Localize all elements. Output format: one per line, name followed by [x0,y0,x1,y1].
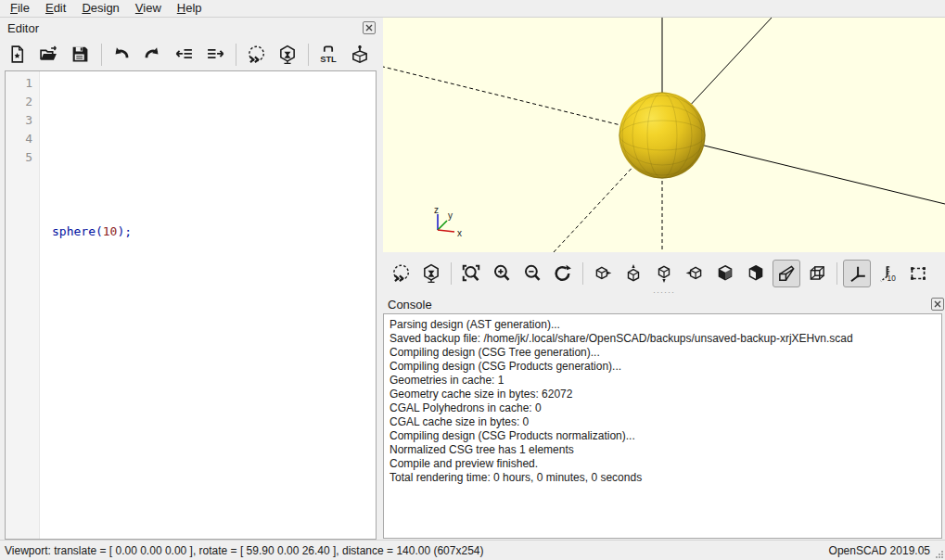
zoom-out-button[interactable] [518,260,546,287]
console-line: Geometry cache size in bytes: 62072 [389,388,936,401]
new-file-button[interactable] [4,41,32,69]
code-text-area[interactable]: sphere(10); [40,71,376,539]
zoom-all-button[interactable] [457,260,485,287]
preview-button-2[interactable] [387,260,415,287]
print-3d-icon [350,45,370,65]
console-line: Compiling design (CSG Products normaliza… [389,429,936,443]
show-scale-markers-icon: 10 [877,263,898,284]
line-number: 3 [6,111,32,130]
console-line: Compiling design (CSG Products generatio… [389,360,936,374]
unindent-button[interactable] [171,41,198,69]
orthogonal-button[interactable] [803,260,831,287]
console-close-button[interactable] [931,298,944,311]
save-button[interactable] [67,41,95,69]
render-icon [277,45,298,65]
line-number: 2 [6,93,32,111]
render-icon [421,263,441,284]
svg-text:STL: STL [320,54,337,63]
svg-text:10: 10 [888,274,897,283]
editor-toolbar: STL [0,38,377,70]
preview-icon [246,45,266,65]
undo-icon [111,45,131,64]
editor-dock-header: Editor [0,18,377,38]
zoom-in-icon [492,263,512,284]
indent-button[interactable] [201,41,229,69]
menu-help[interactable]: Help [171,0,209,17]
view-back-button[interactable] [742,260,770,287]
view-bottom-icon [654,263,674,284]
reset-view-button[interactable] [549,260,577,287]
code-line [52,278,376,297]
show-edges-button[interactable] [904,260,932,287]
console-line: Saved backup file: /home/jk/.local/share… [389,332,936,346]
axes-gizmo: z y x [434,205,462,238]
console-line: CGAL cache size in bytes: 0 [389,415,936,429]
render-button[interactable] [274,41,301,69]
code-editor[interactable]: 1 2 3 4 5 sphere(10); [5,70,377,540]
menu-view[interactable]: View [129,0,168,17]
3d-viewport[interactable]: z y x [383,18,945,252]
perspective-icon [776,263,797,284]
print-3d-button[interactable] [346,41,374,69]
toolbar-separator [836,262,837,285]
console-output[interactable]: Parsing design (AST generation)... Saved… [383,313,942,539]
view-front-icon [715,263,735,284]
resize-grip[interactable] [935,550,944,559]
viewport-status-text: Viewport: translate = [ 0.00 0.00 0.00 ]… [0,544,829,557]
render-button-2[interactable] [417,260,445,287]
app-version-text: OpenSCAD 2019.05 [829,544,945,557]
code-number: 10 [103,224,118,238]
view-bottom-button[interactable] [650,260,678,287]
open-file-icon [39,45,58,64]
open-file-button[interactable] [35,41,63,69]
zoom-in-button[interactable] [488,260,516,287]
svg-text:x: x [457,228,462,238]
redo-button[interactable] [139,41,167,69]
perspective-button[interactable] [773,260,800,287]
view-left-button[interactable] [681,260,709,287]
view-top-button[interactable] [619,260,647,287]
close-icon [934,300,941,308]
line-number: 4 [6,130,32,148]
export-stl-button[interactable]: STL [314,41,342,69]
console-panel-title: Console [383,298,432,312]
show-edges-icon [908,263,928,284]
editor-panel-title: Editor [0,21,39,35]
view-front-button[interactable] [711,260,739,287]
editor-close-button[interactable] [363,21,376,34]
code-keyword: sphere [52,224,96,238]
code-paren: ( [96,224,103,238]
show-scale-markers-button[interactable]: 10 [874,260,901,287]
toolbar-separator [582,262,583,285]
toolbar-separator [451,262,452,285]
code-line [52,334,376,352]
export-stl-icon: STL [318,45,338,65]
view-right-icon [593,263,613,284]
close-icon [365,24,373,32]
toolbar-separator [308,44,309,66]
reset-view-icon [553,263,573,284]
svg-text:y: y [448,210,453,221]
console-line: CGAL Polyhedrons in cache: 0 [389,401,936,415]
menubar: File Edit Design View Help [0,0,945,18]
console-line: Geometries in cache: 1 [389,374,936,388]
console-line: Compiling design (CSG Tree generation)..… [389,346,936,360]
view-right-button[interactable] [589,260,617,287]
menu-edit[interactable]: Edit [39,0,72,17]
new-file-icon [7,45,27,64]
negative-axes [383,67,662,252]
menu-design[interactable]: Design [75,0,125,17]
toolbar-separator [101,44,102,66]
console-line: Total rendering time: 0 hours, 0 minutes… [389,471,936,485]
unindent-icon [174,45,194,64]
line-number: 5 [6,148,32,167]
undo-button[interactable] [108,41,135,69]
preview-button[interactable] [242,41,270,69]
menu-file[interactable]: File [4,0,36,17]
code-semicolon: ; [124,224,132,238]
positive-axes [662,18,945,204]
svg-text:z: z [434,205,439,215]
show-axes-button[interactable] [843,260,871,287]
sphere-model [619,93,706,179]
view-back-icon [746,263,766,284]
